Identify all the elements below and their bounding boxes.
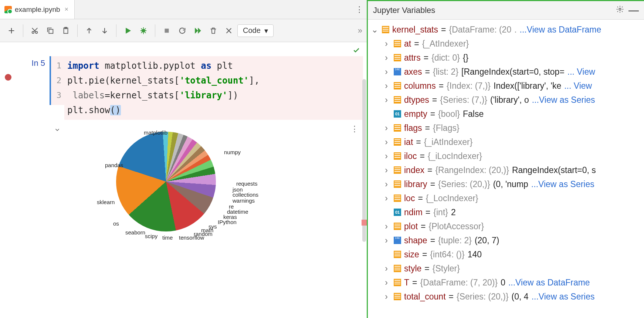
struct-icon xyxy=(394,251,401,258)
var-row[interactable]: › iloc = {_iLocIndexer} xyxy=(369,149,641,163)
chevron-right-icon[interactable]: › xyxy=(382,221,391,231)
pie-label: seaborn xyxy=(125,229,145,236)
var-row[interactable]: › flags = {Flags} xyxy=(369,121,641,135)
chevron-right-icon[interactable]: › xyxy=(382,123,391,133)
chevron-right-icon[interactable]: › xyxy=(382,38,391,49)
notebook-toolbar: Code ▾ » xyxy=(0,19,367,42)
chevron-right-icon[interactable]: › xyxy=(382,165,391,175)
dataframe-icon xyxy=(382,26,389,33)
var-row[interactable]: size = {int64: ()} 140 xyxy=(369,247,641,261)
debug-button[interactable] xyxy=(136,24,150,38)
run-all-button[interactable] xyxy=(191,24,205,38)
notebook-icon xyxy=(4,6,12,13)
cut-button[interactable] xyxy=(28,24,42,38)
editor-tabbar: example.ipynb × ⋮ xyxy=(0,0,367,19)
pie-label: os xyxy=(113,220,119,227)
move-up-button[interactable] xyxy=(82,24,96,38)
code-cell[interactable]: In 5 123 import matplotlib.pyplot as plt… xyxy=(0,56,367,120)
struct-icon xyxy=(394,54,401,61)
cell-output: ⋮ numpyrequestsjsoncollectionswarningsre… xyxy=(0,124,367,258)
var-row[interactable]: › loc = {_LocIndexer} xyxy=(369,191,641,205)
var-row[interactable]: › columns = {Index: (7,)} Index(['librar… xyxy=(369,79,641,93)
minimize-icon[interactable]: — xyxy=(628,4,639,16)
restart-button[interactable] xyxy=(175,24,189,38)
svg-rect-2 xyxy=(49,29,53,33)
var-root[interactable]: ⌄ kernel_stats = {DataFrame: (20....View… xyxy=(369,23,641,37)
struct-icon xyxy=(394,82,401,89)
collapse-output-icon[interactable] xyxy=(54,126,61,258)
var-row[interactable]: › library = {Series: (20,)} (0, 'nump...… xyxy=(369,177,641,191)
editor-scrollbar[interactable] xyxy=(362,79,366,242)
chevron-right-icon[interactable]: › xyxy=(382,179,391,189)
view-as-link[interactable]: ...View as Series xyxy=(532,291,595,302)
var-row[interactable]: › T = {DataFrame: (7, 20)} 0 ...View as … xyxy=(369,275,641,290)
chevron-right-icon[interactable]: › xyxy=(382,95,391,105)
list-icon xyxy=(394,237,401,244)
add-cell-button[interactable] xyxy=(4,24,18,38)
view-as-link[interactable]: ... View xyxy=(567,67,595,77)
close-icon[interactable]: × xyxy=(63,6,70,13)
chevron-right-icon[interactable]: › xyxy=(382,263,391,274)
pie-label: collections xyxy=(233,192,258,198)
clear-button[interactable] xyxy=(222,24,236,38)
pie-label: warnings xyxy=(233,197,255,204)
view-as-link[interactable]: ...View as Series xyxy=(532,95,595,105)
var-row[interactable]: › plot = {PlotAccessor} xyxy=(369,219,641,233)
pie-chart: numpyrequestsjsoncollectionswarningsreda… xyxy=(83,125,238,251)
check-icon xyxy=(353,47,360,56)
chevron-right-icon[interactable]: › xyxy=(382,235,391,246)
var-row[interactable]: › total_count = {Series: (20,)} (0, 4...… xyxy=(369,290,641,304)
struct-icon xyxy=(394,265,401,272)
pie-label: numpy xyxy=(224,149,241,155)
var-row[interactable]: › style = {Styler} xyxy=(369,261,641,275)
var-row[interactable]: › axes = {list: 2} [RangeIndex(start=0, … xyxy=(369,65,641,79)
view-as-link[interactable]: ...View as Series xyxy=(531,179,594,189)
breakpoint-gutter[interactable] xyxy=(0,56,16,81)
var-row[interactable]: › shape = {tuple: 2} (20, 7) xyxy=(369,233,641,247)
struct-icon xyxy=(394,293,401,300)
breakpoint-icon[interactable] xyxy=(5,74,11,81)
chevron-right-icon[interactable]: › xyxy=(382,193,391,203)
gear-icon[interactable] xyxy=(616,5,624,16)
pie-label: tensorflow xyxy=(179,234,204,241)
struct-icon xyxy=(394,166,401,174)
copy-button[interactable] xyxy=(43,24,57,38)
bool-icon: 01 xyxy=(394,110,401,118)
var-row[interactable]: › at = {_AtIndexer} xyxy=(369,37,641,51)
variables-panel-header: Jupyter Variables — xyxy=(368,1,644,20)
run-button[interactable] xyxy=(121,24,135,38)
toolbar-expand-icon[interactable]: » xyxy=(358,26,362,35)
pie-label: IPython xyxy=(218,219,237,225)
chevron-right-icon[interactable]: › xyxy=(382,151,391,161)
var-row[interactable]: › dtypes = {Series: (7,)} ('library', o.… xyxy=(369,93,641,107)
var-row[interactable]: 01 ndim = {int} 2 xyxy=(369,205,641,219)
stop-button[interactable] xyxy=(160,24,174,38)
chevron-right-icon[interactable]: › xyxy=(382,137,391,147)
var-row[interactable]: › attrs = {dict: 0} {} xyxy=(369,51,641,65)
pie-label: requests xyxy=(236,180,258,187)
move-down-button[interactable] xyxy=(98,24,112,38)
list-icon xyxy=(394,68,401,75)
cell-type-select[interactable]: Code ▾ xyxy=(237,24,274,37)
view-as-link[interactable]: ...View as DataFrame xyxy=(520,24,601,35)
code-editor[interactable]: import matplotlib.pyplot as plt plt.pie(… xyxy=(64,56,363,120)
pie-label: matplotlib xyxy=(144,129,167,136)
view-as-link[interactable]: ...View as DataFrame xyxy=(508,277,590,288)
chevron-right-icon[interactable]: › xyxy=(382,291,391,302)
var-row[interactable]: 01 empty = {bool} False xyxy=(369,107,641,121)
output-more-icon[interactable]: ⋮ xyxy=(350,124,359,134)
chevron-right-icon[interactable]: › xyxy=(382,67,391,77)
delete-button[interactable] xyxy=(206,24,220,38)
chevron-right-icon[interactable]: › xyxy=(382,81,391,91)
chevron-down-icon[interactable]: ⌄ xyxy=(370,24,379,35)
var-row[interactable]: › iat = {_iAtIndexer} xyxy=(369,135,641,149)
chevron-right-icon[interactable]: › xyxy=(382,53,391,63)
struct-icon xyxy=(394,152,401,160)
paste-button[interactable] xyxy=(59,24,73,38)
variables-tree[interactable]: ⌄ kernel_stats = {DataFrame: (20....View… xyxy=(368,20,644,318)
view-as-link[interactable]: ... View xyxy=(564,81,592,91)
tabbar-more-icon[interactable]: ⋮ xyxy=(352,0,367,19)
chevron-right-icon[interactable]: › xyxy=(382,277,391,288)
var-row[interactable]: › index = {RangeIndex: (20,)} RangeIndex… xyxy=(369,163,641,177)
file-tab[interactable]: example.ipynb × xyxy=(0,0,75,19)
